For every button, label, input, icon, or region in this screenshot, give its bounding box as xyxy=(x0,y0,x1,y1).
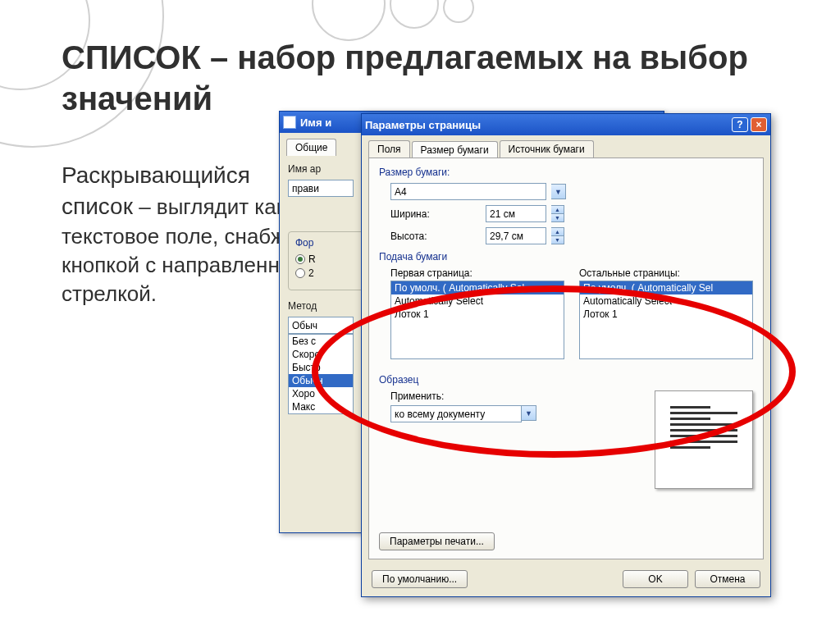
list-item[interactable]: Лоток 1 xyxy=(391,308,564,321)
width-label: Ширина: xyxy=(390,208,481,220)
chevron-down-icon: ▼ xyxy=(551,236,564,244)
list-item[interactable]: Без с xyxy=(289,335,353,348)
chevron-down-icon[interactable]: ▼ xyxy=(522,405,536,421)
apply-label: Применить: xyxy=(390,390,536,402)
slide-title: СПИСОК – набор предлагаемых на выбор зна… xyxy=(62,37,800,119)
page-preview xyxy=(655,390,753,489)
height-label: Высота: xyxy=(390,231,481,242)
paper-size-group-label: Размер бумаги: xyxy=(379,167,450,178)
close-button[interactable]: × xyxy=(751,117,767,132)
sample-group-label: Образец xyxy=(379,374,753,386)
titlebar[interactable]: Параметры страницы ? × xyxy=(362,114,770,135)
first-page-listbox[interactable]: По умолч. ( Automatically Sel Automatica… xyxy=(390,281,564,359)
ok-button[interactable]: OK xyxy=(623,570,688,588)
chevron-up-icon: ▲ xyxy=(551,228,564,236)
tab-general[interactable]: Общие xyxy=(286,139,336,156)
radio-label: 2 xyxy=(308,267,314,279)
page-setup-dialog: Параметры страницы ? × Поля Размер бумаг… xyxy=(361,113,771,597)
apply-to-combo[interactable] xyxy=(390,405,522,422)
list-item[interactable]: Обычн xyxy=(289,374,353,387)
paper-size-combo[interactable] xyxy=(390,183,546,200)
chevron-down-icon: ▼ xyxy=(551,214,564,221)
chevron-down-icon[interactable]: ▼ xyxy=(551,184,566,199)
tab-paper-size[interactable]: Размер бумаги xyxy=(412,141,498,158)
window-title: Имя и xyxy=(300,116,331,129)
tab-margins[interactable]: Поля xyxy=(368,140,410,158)
list-item[interactable]: По умолч. ( Automatically Sel xyxy=(391,281,564,294)
other-pages-label: Остальные страницы: xyxy=(579,267,753,279)
method-label: Метод xyxy=(288,300,317,312)
window-title: Параметры страницы xyxy=(365,119,481,131)
list-item[interactable]: По умолч. ( Automatically Sel xyxy=(580,281,752,294)
list-item[interactable]: Макс xyxy=(289,400,353,413)
print-params-button[interactable]: Параметры печати... xyxy=(379,532,495,550)
first-page-label: Первая страница: xyxy=(390,267,564,279)
radio-label: R xyxy=(308,253,316,265)
lead-word: Раскрывающийся xyxy=(62,162,250,188)
paper-feed-group-label: Подача бумаги xyxy=(379,251,753,262)
name-input[interactable] xyxy=(288,180,354,197)
radio-dot-icon xyxy=(295,268,305,278)
list-item[interactable]: Скоро xyxy=(289,348,353,361)
lead-word-2: список xyxy=(62,194,133,219)
method-combo[interactable] xyxy=(288,317,354,334)
width-input[interactable] xyxy=(486,205,546,222)
chevron-up-icon: ▲ xyxy=(551,206,564,214)
list-item[interactable]: Automatically Select xyxy=(391,294,564,308)
help-button[interactable]: ? xyxy=(732,117,748,132)
other-pages-listbox[interactable]: По умолч. ( Automatically Sel Automatica… xyxy=(579,281,753,359)
width-spinner[interactable]: ▲▼ xyxy=(551,205,564,222)
height-input[interactable] xyxy=(486,227,546,244)
height-spinner[interactable]: ▲▼ xyxy=(551,227,564,244)
list-item[interactable]: Лоток 1 xyxy=(580,308,752,321)
default-button[interactable]: По умолчанию... xyxy=(372,570,468,588)
name-label: Имя ар xyxy=(288,163,321,175)
radio-dot-icon xyxy=(295,254,305,264)
list-item[interactable]: Хоро xyxy=(289,387,353,400)
list-item[interactable]: Automatically Select xyxy=(580,294,752,308)
list-item[interactable]: Быстр xyxy=(289,361,353,374)
tab-paper-source[interactable]: Источник бумаги xyxy=(500,140,594,158)
cancel-button[interactable]: Отмена xyxy=(695,570,760,588)
app-icon xyxy=(283,116,296,129)
